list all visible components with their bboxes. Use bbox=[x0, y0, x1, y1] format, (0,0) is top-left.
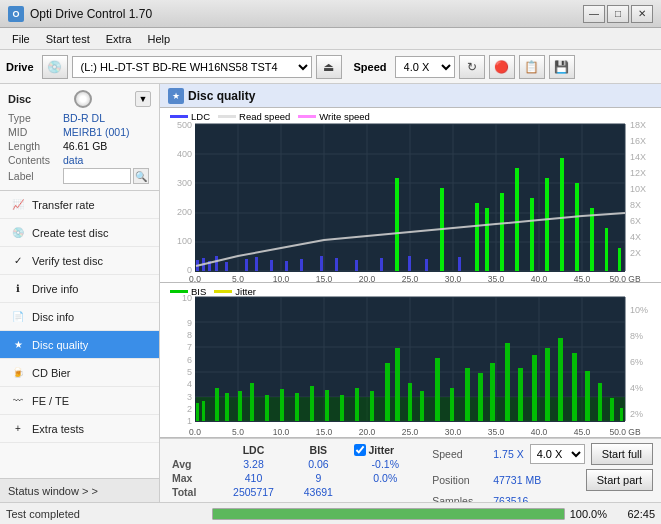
sidebar-item-label-transfer-rate: Transfer rate bbox=[32, 199, 95, 211]
svg-rect-42 bbox=[560, 158, 564, 271]
sidebar-item-cd-bier[interactable]: 🍺 CD Bier bbox=[0, 359, 159, 387]
svg-rect-29 bbox=[355, 260, 358, 271]
svg-rect-121 bbox=[598, 383, 602, 421]
svg-text:25.0: 25.0 bbox=[402, 427, 419, 437]
sidebar-item-label-verify-test-disc: Verify test disc bbox=[32, 255, 103, 267]
sidebar-item-disc-quality[interactable]: ★ Disc quality bbox=[0, 331, 159, 359]
svg-text:45.0: 45.0 bbox=[574, 427, 591, 437]
maximize-button[interactable]: □ bbox=[607, 5, 629, 23]
svg-rect-28 bbox=[335, 258, 338, 271]
close-button[interactable]: ✕ bbox=[631, 5, 653, 23]
svg-rect-91 bbox=[196, 403, 199, 421]
svg-rect-103 bbox=[355, 388, 359, 421]
sidebar-item-drive-info[interactable]: ℹ Drive info bbox=[0, 275, 159, 303]
svg-text:12X: 12X bbox=[630, 168, 646, 178]
nav-items: 📈 Transfer rate 💿 Create test disc ✓ Ver… bbox=[0, 191, 159, 478]
menu-help[interactable]: Help bbox=[139, 31, 178, 47]
app-title: Opti Drive Control 1.70 bbox=[30, 7, 583, 21]
create-test-disc-icon: 💿 bbox=[10, 225, 26, 241]
jitter-checkbox[interactable] bbox=[354, 444, 366, 456]
speed-row: Speed 1.75 X 4.0 X Start full bbox=[432, 443, 653, 465]
max-jitter: 0.0% bbox=[346, 471, 424, 485]
svg-rect-44 bbox=[590, 208, 594, 271]
position-label: Position bbox=[432, 474, 487, 486]
svg-text:6%: 6% bbox=[630, 357, 643, 367]
label-browse-button[interactable]: 🔍 bbox=[133, 168, 149, 184]
mid-value: MEIRB1 (001) bbox=[63, 126, 130, 138]
ldc-legend-label: LDC bbox=[191, 111, 210, 122]
svg-text:8%: 8% bbox=[630, 331, 643, 341]
top-legend: LDC Read speed Write speed bbox=[170, 111, 370, 122]
svg-text:2X: 2X bbox=[630, 248, 641, 258]
svg-text:6: 6 bbox=[187, 355, 192, 365]
settings-button1[interactable]: 🔴 bbox=[489, 55, 515, 79]
menu-file[interactable]: File bbox=[4, 31, 38, 47]
sidebar-item-verify-test-disc[interactable]: ✓ Verify test disc bbox=[0, 247, 159, 275]
svg-rect-113 bbox=[490, 363, 495, 421]
svg-rect-45 bbox=[605, 228, 608, 271]
sidebar-item-label-disc-quality: Disc quality bbox=[32, 339, 88, 351]
svg-rect-112 bbox=[478, 373, 483, 421]
minimize-button[interactable]: — bbox=[583, 5, 605, 23]
svg-text:6X: 6X bbox=[630, 216, 641, 226]
svg-rect-39 bbox=[515, 168, 519, 271]
svg-text:200: 200 bbox=[177, 207, 192, 217]
svg-rect-99 bbox=[295, 393, 299, 421]
write-speed-legend-label: Write speed bbox=[319, 111, 370, 122]
type-label: Type bbox=[8, 112, 63, 124]
total-row-label: Total bbox=[168, 485, 217, 499]
drive-icon-button[interactable]: 💿 bbox=[42, 55, 68, 79]
svg-rect-114 bbox=[505, 343, 510, 421]
sidebar-item-fe-te[interactable]: 〰 FE / TE bbox=[0, 387, 159, 415]
speed-stat-selector[interactable]: 4.0 X bbox=[530, 444, 585, 464]
bis-legend-color bbox=[170, 290, 188, 293]
sidebar-item-transfer-rate[interactable]: 📈 Transfer rate bbox=[0, 191, 159, 219]
label-input[interactable] bbox=[63, 168, 131, 184]
jitter-column-header: Jitter bbox=[368, 444, 394, 456]
svg-rect-119 bbox=[572, 353, 577, 421]
chart-title: Disc quality bbox=[188, 89, 255, 103]
disc-panel: Disc ▼ Type BD-R DL MID MEIRB1 (001) Len… bbox=[0, 84, 159, 191]
save-button[interactable]: 💾 bbox=[549, 55, 575, 79]
stats-table: LDC BIS Jitter Avg 3.28 bbox=[168, 443, 424, 499]
refresh-button[interactable]: ↻ bbox=[459, 55, 485, 79]
svg-text:40.0: 40.0 bbox=[531, 274, 548, 283]
disc-info-icon: 📄 bbox=[10, 309, 26, 325]
svg-rect-110 bbox=[450, 388, 454, 421]
settings-button2[interactable]: 📋 bbox=[519, 55, 545, 79]
svg-text:10.0: 10.0 bbox=[273, 427, 290, 437]
svg-rect-38 bbox=[500, 193, 504, 271]
svg-rect-94 bbox=[225, 393, 229, 421]
top-chart-svg: 500 400 300 200 100 0 18X 16X 14X 12X 10… bbox=[160, 108, 661, 283]
sidebar-item-extra-tests[interactable]: + Extra tests bbox=[0, 415, 159, 443]
mid-label: MID bbox=[8, 126, 63, 138]
stats-right-panel: Speed 1.75 X 4.0 X Start full Position 4… bbox=[432, 443, 653, 502]
speed-selector[interactable]: 4.0 X bbox=[395, 56, 455, 78]
start-full-button[interactable]: Start full bbox=[591, 443, 653, 465]
svg-text:8X: 8X bbox=[630, 200, 641, 210]
max-ldc: 410 bbox=[217, 471, 291, 485]
menu-extra[interactable]: Extra bbox=[98, 31, 140, 47]
svg-text:1: 1 bbox=[187, 416, 192, 426]
svg-text:15.0: 15.0 bbox=[316, 274, 333, 283]
svg-text:3: 3 bbox=[187, 392, 192, 402]
contents-label: Contents bbox=[8, 154, 63, 166]
sidebar-item-disc-info[interactable]: 📄 Disc info bbox=[0, 303, 159, 331]
disc-action-button[interactable]: ▼ bbox=[135, 91, 151, 107]
stats-table-wrap: LDC BIS Jitter Avg 3.28 bbox=[168, 443, 424, 502]
drive-label: Drive bbox=[6, 61, 34, 73]
eject-button[interactable]: ⏏ bbox=[316, 55, 342, 79]
position-row: Position 47731 MB Start part bbox=[432, 469, 653, 491]
drive-toolbar: Drive 💿 (L:) HL-DT-ST BD-RE WH16NS58 TST… bbox=[0, 50, 661, 84]
svg-text:30.0: 30.0 bbox=[445, 274, 462, 283]
sidebar-item-create-test-disc[interactable]: 💿 Create test disc bbox=[0, 219, 159, 247]
svg-rect-21 bbox=[225, 262, 228, 271]
start-part-button[interactable]: Start part bbox=[586, 469, 653, 491]
menu-start-test[interactable]: Start test bbox=[38, 31, 98, 47]
total-ldc: 2505717 bbox=[217, 485, 291, 499]
svg-text:0.0: 0.0 bbox=[189, 427, 201, 437]
drive-selector[interactable]: (L:) HL-DT-ST BD-RE WH16NS58 TST4 bbox=[72, 56, 312, 78]
status-window-button[interactable]: Status window > > bbox=[0, 478, 159, 502]
svg-text:10.0: 10.0 bbox=[273, 274, 290, 283]
app-icon: O bbox=[8, 6, 24, 22]
